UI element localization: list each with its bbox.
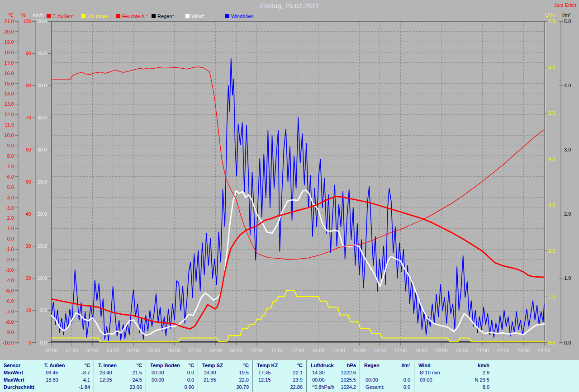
cell-value: 4.1 (75, 377, 90, 383)
table-row-label: Sensor (0, 362, 40, 369)
x-tick-label: 21:00 (476, 348, 489, 353)
x-tick-label: 01:00 (66, 348, 78, 353)
axis-tick-label: 12.0 (5, 112, 14, 117)
table-cell-row: 8.0 (414, 383, 493, 391)
cell-time: 09:00 (420, 377, 449, 383)
axis-tick-label: 8.0 (7, 153, 14, 159)
table-col-header: LuftdruckhPa (307, 362, 360, 369)
legend-swatch (185, 14, 190, 18)
cell-value: -1.84 (75, 384, 90, 390)
table-cell-row: 12:0524.5 (94, 376, 146, 383)
table-cell-row: ^0.8hPa/h1024.2 (307, 383, 360, 391)
x-tick-label: 15:00 (353, 348, 366, 353)
x-tick-label: 17:00 (394, 348, 407, 353)
axis-tick-label: 18.0 (5, 50, 14, 55)
axis-unit-label: % (21, 12, 26, 18)
x-tick-label: 19:00 (435, 348, 448, 353)
table-row-label: Durchschnitt (0, 383, 40, 391)
cell-value: 0.0 (180, 370, 194, 375)
axis-km/h: km/h50.045.040.035.030.025.020.015.010.0… (33, 12, 52, 345)
col-unit: °C (297, 363, 303, 368)
axis-tick-label: 40 (26, 211, 31, 217)
legend-item-2[interactable]: UV Index (81, 14, 108, 19)
weather-app-window: Freitag, 25.02.2011 Jarz Erich °C21.020.… (0, 0, 579, 392)
axis-tick-label: -9.0 (5, 330, 14, 335)
legend-item-1[interactable]: T. Außen* (47, 14, 74, 19)
legend-label: T. Außen* (52, 14, 74, 19)
table-cell-row: 13:504.1 (40, 376, 94, 383)
legend-item-3[interactable]: Feuchte A.* (116, 14, 148, 19)
legend-label: Regen* (157, 14, 174, 19)
cell-time: 14:30 (312, 370, 341, 375)
table-col-temp-kz: Temp KZ°C17:4522.112:1523.922.86 (252, 360, 306, 392)
x-tick-label: 11:00 (271, 348, 283, 353)
axis-tick-label: 90 (26, 51, 31, 56)
table-cell-row: 17:4522.1 (253, 369, 306, 376)
x-tick-label: 10:00 (251, 348, 263, 353)
legend-item-5[interactable]: Wind* (185, 14, 205, 19)
x-tick-label: 13:00 (312, 348, 325, 353)
col-unit: hPa (347, 363, 356, 368)
axis-tick-label: 14.0 (5, 91, 14, 96)
table-col-t-innen: T. Innen°C23:4021.512:0524.523.06 (94, 360, 146, 392)
table-col-header: Temp Boden°C (146, 362, 198, 369)
axis-tick-label: 5.0 (7, 184, 14, 190)
axis-tick-label: 2.0 (564, 211, 571, 217)
axis-tick-label: -10.0 (3, 340, 14, 345)
table-cell-row: 23:4021.5 (94, 369, 146, 376)
axis-tick-label: -3.0 (5, 267, 14, 273)
axis-tick-label: 3.0 (564, 147, 571, 152)
weather-chart: °C21.020.019.018.017.016.015.014.013.012… (0, 0, 579, 359)
x-tick-label: 02:00 (86, 348, 99, 353)
col-unit: °C (137, 363, 142, 368)
legend-swatch (225, 14, 229, 18)
cell-value: 0.0 (394, 384, 410, 390)
legend-item-6[interactable]: Windböen (225, 14, 254, 19)
table-cell-row: 0.00 (146, 383, 198, 391)
axis-tick-label: 3.0 (7, 205, 14, 211)
table-row-label: MaxWert (0, 376, 40, 383)
col-name: Temp Boden (150, 363, 189, 368)
col-name: Temp SZ (202, 363, 243, 368)
cell-value: 0.00 (180, 384, 194, 390)
cell-time: 12:05 (100, 377, 128, 383)
axis-tick-label: 50 (26, 179, 31, 184)
axis-tick-label: 1.0 (564, 275, 571, 281)
table-col-header: Regenl/m² (360, 362, 414, 369)
cell-value: 2.9 (449, 370, 489, 375)
axis-tick-label: 5.0 (548, 110, 555, 116)
axis-tick-label: 15.0 (38, 243, 47, 249)
table-cell-row: 00:001025.5 (307, 376, 360, 383)
axis-tick-label: 0 (28, 340, 31, 345)
axis-tick-label: -2.0 (5, 257, 14, 262)
chart-legend: T. Außen*UV IndexFeuchte A.*Regen*Wind*W… (47, 14, 254, 19)
row-label: MinWert (4, 370, 23, 375)
cell-time: Gesamt: (365, 384, 394, 390)
axis-tick-label: 6.0 (548, 65, 555, 70)
page-title: Freitag, 25.02.2011 (0, 2, 579, 9)
cell-value: 22.86 (287, 384, 303, 390)
col-name: Regen (364, 363, 401, 368)
table-cell-row: 00:000.0 (360, 376, 414, 383)
axis-°C: °C21.020.019.018.017.016.015.014.013.012… (3, 12, 19, 345)
table-col-header: T. Innen°C (94, 362, 146, 369)
axis-tick-label: 0.0 (564, 340, 571, 345)
table-cell-row: 23.06 (94, 383, 146, 391)
axis-tick-label: -1.0 (5, 246, 14, 252)
axis-tick-label: 100 (23, 19, 31, 24)
cell-time: 23:40 (100, 370, 128, 375)
col-name: T. Außen (44, 363, 85, 368)
table-cell-row: 00:000.0 (146, 376, 198, 383)
axis-tick-label: 6.0 (7, 174, 14, 179)
x-tick-label: 24:00 (538, 348, 551, 353)
cell-value: 22.1 (287, 370, 303, 375)
axis-tick-label: 30.0 (38, 147, 47, 152)
legend-item-4[interactable]: Regen* (152, 14, 174, 19)
axis-tick-label: -8.0 (5, 319, 14, 325)
x-tick-label: 04:00 (127, 348, 140, 353)
cell-value: 1022.6 (341, 370, 356, 375)
col-name: Wind (418, 363, 478, 368)
table-cell-row: 06:45-8.7 (40, 369, 94, 376)
legend-label: Windböen (231, 14, 254, 19)
table-cell-row (360, 369, 414, 376)
